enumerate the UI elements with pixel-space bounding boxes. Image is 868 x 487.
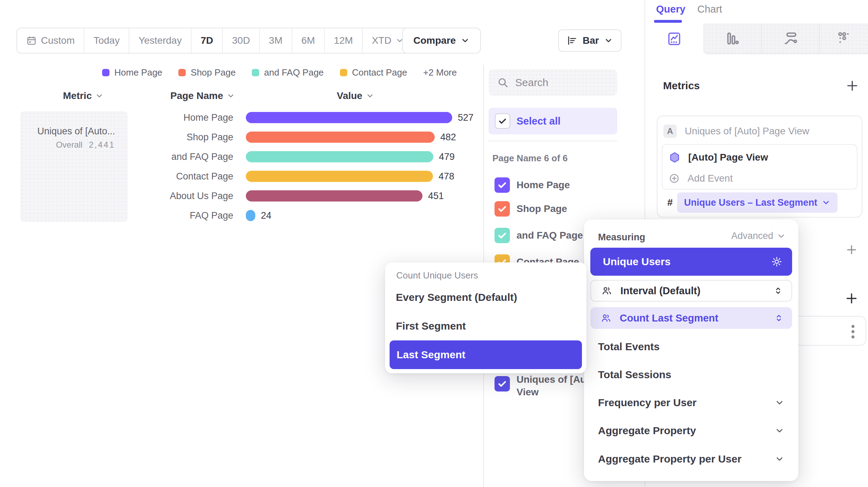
tab-insights-chart[interactable] — [645, 23, 703, 54]
value-bar[interactable] — [246, 132, 435, 143]
add-event-row[interactable]: Add Event — [669, 171, 733, 186]
row-value: 451 — [428, 186, 444, 206]
tab-query[interactable]: Query — [656, 3, 685, 15]
filter-item-home-page[interactable]: Home Page — [489, 177, 617, 193]
count-unique-users-menu: Count Unique Users Every Segment (Defaul… — [385, 262, 586, 373]
chevron-down-icon — [777, 232, 786, 241]
row-page-name: About Us Page — [136, 186, 233, 206]
column-header-value[interactable]: Value — [337, 90, 374, 101]
menu-item-frequency-per-user[interactable]: Frequency per User — [584, 390, 798, 415]
search-box — [489, 69, 617, 96]
date-range-today[interactable]: Today — [84, 28, 129, 53]
column-header-page-name[interactable]: Page Name — [170, 90, 235, 101]
date-range-yesterday[interactable]: Yesterday — [129, 28, 191, 53]
tab-flows-chart[interactable] — [761, 23, 819, 54]
menu-item-aggregate-property[interactable]: Aggregate Property — [584, 418, 798, 443]
gear-icon[interactable] — [771, 256, 782, 267]
search-input[interactable] — [515, 69, 610, 96]
table-row: Shop Page 482 — [0, 127, 483, 147]
users-icon — [602, 285, 612, 296]
tab-funnel-chart[interactable] — [703, 23, 761, 54]
interval-selector[interactable]: Interval (Default) — [590, 280, 792, 302]
menu-item-first-segment[interactable]: First Segment — [385, 316, 586, 337]
numeric-type-indicator: # — [667, 192, 673, 213]
chevron-down-icon — [775, 426, 784, 436]
metric-card: A Uniques of [Auto] Page View [Auto] Pag… — [657, 115, 862, 218]
legend-more[interactable]: +2 More — [423, 67, 457, 78]
menu-item-aggregate-property-per-user[interactable]: Aggregate Property per User — [584, 447, 798, 471]
filter-item-shop-page[interactable]: Shop Page — [489, 201, 617, 217]
more-options-button[interactable] — [851, 324, 855, 340]
compare-button[interactable]: Compare — [402, 28, 481, 54]
count-mode-selector[interactable]: Count Last Segment — [590, 307, 792, 329]
add-metric-button[interactable] — [846, 79, 859, 92]
metrics-section-label: Metrics — [663, 80, 700, 92]
table-row: and FAQ Page 479 — [0, 147, 483, 167]
aggregation-dropdown[interactable]: Unique Users – Last Segment — [677, 192, 838, 213]
checkbox[interactable] — [495, 376, 510, 391]
legend-item[interactable]: Home Page — [102, 67, 162, 78]
legend-item[interactable]: Contact Page — [340, 67, 407, 78]
row-page-name: Shop Page — [136, 127, 233, 147]
tab-chart[interactable]: Chart — [697, 3, 722, 15]
chevron-down-icon — [775, 454, 784, 464]
date-range-6m[interactable]: 6M — [292, 28, 324, 53]
menu-header: Count Unique Users — [396, 270, 478, 281]
plus-icon — [846, 79, 859, 92]
menu-item-unique-users-selected[interactable]: Unique Users — [590, 248, 792, 276]
legend-swatch — [102, 69, 109, 76]
date-range-label: Custom — [41, 35, 74, 46]
check-icon — [497, 379, 507, 389]
event-row[interactable]: [Auto] Page View — [669, 150, 768, 165]
checkbox[interactable] — [495, 228, 510, 243]
chevron-down-icon — [461, 36, 470, 45]
row-value: 527 — [458, 108, 474, 127]
date-range-30d[interactable]: 30D — [222, 28, 259, 53]
row-page-name: Contact Page — [136, 167, 233, 186]
checkbox[interactable] — [495, 177, 510, 193]
date-range-custom[interactable]: Custom — [17, 28, 84, 53]
plus-icon — [846, 244, 858, 256]
kebab-menu-icon — [851, 324, 855, 340]
value-bar[interactable] — [246, 112, 452, 123]
legend-item[interactable]: Shop Page — [178, 67, 236, 78]
date-range-12m[interactable]: 12M — [324, 28, 362, 53]
select-all-checkbox[interactable] — [495, 113, 510, 129]
date-range-3m[interactable]: 3M — [259, 28, 292, 53]
menu-item-total-sessions[interactable]: Total Sessions — [584, 362, 798, 387]
divider — [489, 141, 617, 141]
menu-item-every-segment[interactable]: Every Segment (Default) — [385, 287, 586, 308]
value-bar[interactable] — [246, 151, 433, 162]
check-icon — [497, 230, 507, 241]
tab-retention-chart[interactable] — [819, 23, 868, 54]
table-row: FAQ Page 24 — [0, 206, 483, 225]
table-row: Contact Page 478 — [0, 167, 483, 186]
chart-type-dropdown[interactable]: Bar — [558, 29, 621, 52]
column-header-metric[interactable]: Metric — [63, 90, 104, 101]
value-bar[interactable] — [246, 210, 255, 221]
menu-item-last-segment-selected[interactable]: Last Segment — [390, 340, 582, 369]
add-filter-button[interactable] — [846, 244, 858, 256]
menu-item-total-events[interactable]: Total Events — [584, 334, 798, 359]
check-icon — [497, 204, 507, 214]
value-bar[interactable] — [246, 171, 433, 182]
checkbox[interactable] — [495, 201, 510, 217]
event-card: [Auto] Page View Add Event — [662, 144, 858, 190]
chevron-down-icon — [604, 36, 613, 45]
calendar-icon — [26, 35, 37, 46]
active-tab-underline — [654, 20, 682, 23]
value-bar[interactable] — [246, 190, 422, 202]
metric-card-title: Uniques of [Auto] Page View — [685, 125, 809, 138]
row-value: 24 — [261, 206, 271, 225]
advanced-dropdown[interactable]: Advanced — [731, 231, 786, 241]
filter-group-label: Page Name 6 of 6 — [492, 153, 568, 164]
funnel-bars-icon — [724, 30, 740, 47]
select-all-row[interactable]: Select all — [489, 108, 617, 134]
measuring-menu: Measuring Advanced Unique Users Interval… — [584, 219, 798, 481]
stepper-icon — [773, 286, 783, 296]
row-page-name: FAQ Page — [136, 206, 233, 225]
hexagon-event-icon — [669, 151, 681, 163]
date-range-7d[interactable]: 7D — [191, 28, 222, 53]
legend-item[interactable]: and FAQ Page — [252, 67, 324, 78]
add-breakdown-button[interactable] — [845, 292, 858, 305]
